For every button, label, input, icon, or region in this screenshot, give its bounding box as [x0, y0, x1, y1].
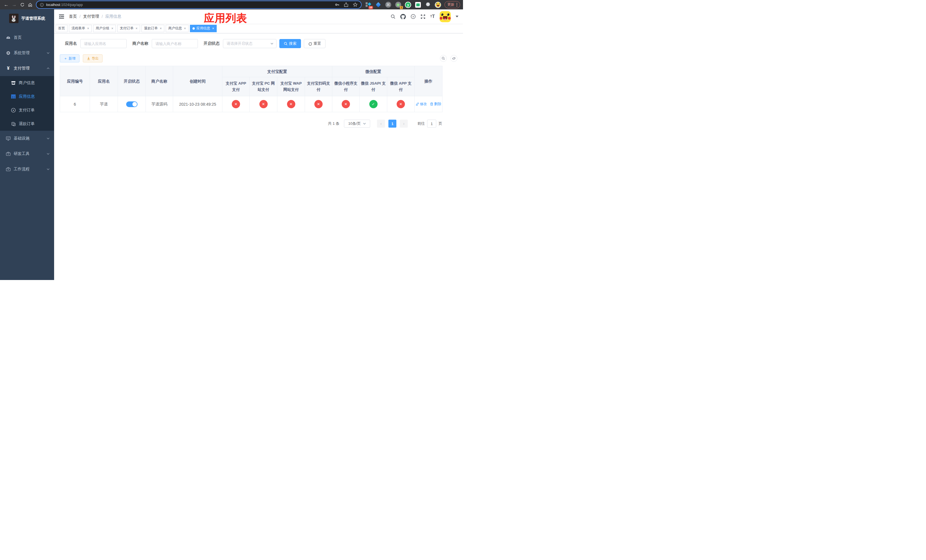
share-icon[interactable]: [344, 2, 348, 7]
status-toggle[interactable]: [126, 101, 138, 107]
browser-back-icon[interactable]: ←: [2, 1, 10, 9]
recorder-extension-icon[interactable]: 1: [395, 2, 401, 8]
goto-page-input[interactable]: [427, 120, 436, 128]
sidebar-item-label: 商户信息: [19, 80, 50, 85]
col-group-wechat: 微信配置: [332, 66, 415, 77]
page-size-select[interactable]: 10条/页: [344, 120, 370, 128]
sidebar-item-infrastructure[interactable]: 基础设施: [0, 131, 54, 146]
password-key-icon[interactable]: [334, 2, 339, 7]
show-search-button[interactable]: [440, 55, 447, 62]
yudao-extension-icon[interactable]: y: [405, 2, 411, 8]
close-icon[interactable]: ×: [87, 26, 89, 30]
close-icon[interactable]: ×: [160, 26, 162, 30]
sidebar-item-workflow[interactable]: 工作流程: [0, 162, 54, 177]
close-icon[interactable]: ×: [136, 26, 138, 30]
github-icon[interactable]: [400, 14, 406, 20]
sidebar: 🐰 芋道管理系统 首页 系统管理 ¥ 支付管理: [0, 9, 54, 280]
sidebar-collapse-icon[interactable]: [59, 14, 64, 20]
profile-avatar-icon[interactable]: [435, 2, 441, 8]
breadcrumb-separator: /: [101, 14, 103, 19]
alipay-pc-status-icon: ✕: [259, 100, 268, 108]
export-button[interactable]: 导出: [83, 54, 103, 62]
app-name-input[interactable]: [80, 39, 127, 48]
sidebar-item-label: 系统管理: [14, 50, 47, 56]
sidebar-item-refund-order[interactable]: 退款订单: [0, 117, 54, 131]
cell-app-name: 芋道: [90, 96, 118, 112]
font-size-icon[interactable]: TT: [430, 14, 435, 19]
tag-pay-order[interactable]: 支付订单×: [117, 25, 140, 32]
tag-process-form[interactable]: 流程表单×: [69, 25, 92, 32]
reset-button[interactable]: 重置: [304, 39, 325, 48]
active-dot: [192, 27, 195, 30]
url-bar[interactable]: localhost:1024/pay/app: [36, 1, 361, 8]
tags-view: 首页 流程表单× 用户分组× 支付订单× 退款订单× 商户信息× 应用信息×: [54, 24, 463, 33]
tag-merchant-info[interactable]: 商户信息×: [166, 25, 189, 32]
delete-link[interactable]: 删除: [430, 102, 441, 106]
page-content: 应用名 商户名称 开启状态 请选择开启状态 搜索 重置: [54, 33, 463, 280]
refresh-table-button[interactable]: [451, 55, 457, 62]
kite-extension-icon[interactable]: [375, 2, 381, 8]
edit-link[interactable]: 修改: [416, 102, 427, 106]
breadcrumb-current: 应用信息: [105, 14, 121, 19]
avatar-caret-icon[interactable]: [455, 16, 458, 17]
browser-reload-icon[interactable]: [18, 1, 26, 9]
col-alipay-pc: 支付宝 PC 网站支付: [250, 77, 277, 96]
next-page-button[interactable]: ›: [400, 120, 408, 128]
fullscreen-icon[interactable]: [421, 14, 425, 19]
tag-user-group[interactable]: 用户分组×: [93, 25, 116, 32]
sidebar-item-pay-order[interactable]: ¥ 支付订单: [0, 103, 54, 117]
search-button[interactable]: 搜索: [279, 39, 301, 48]
sidebar-item-label: 应用信息: [19, 94, 50, 99]
add-button[interactable]: ＋新增: [60, 54, 79, 62]
chevron-up-icon: [47, 67, 50, 70]
chat-extension-icon[interactable]: [415, 2, 421, 8]
browser-toolbar: ← → localhost:1024/pay/app 10 ⌘ 1 y: [0, 0, 463, 9]
bookmark-star-icon[interactable]: [353, 2, 358, 7]
col-status: 开启状态: [118, 66, 146, 96]
breadcrumb-payment[interactable]: 支付管理: [83, 14, 99, 19]
tag-home[interactable]: 首页: [56, 25, 68, 32]
browser-update-menu[interactable]: 更新: [445, 1, 460, 8]
yen-icon: ¥: [6, 66, 11, 71]
user-avatar[interactable]: [440, 11, 451, 22]
pencil-icon: [416, 102, 419, 106]
sidebar-item-system[interactable]: 系统管理: [0, 45, 54, 61]
sidebar-item-devtools[interactable]: 研发工具: [0, 146, 54, 162]
close-icon[interactable]: ×: [184, 26, 186, 30]
cell-app-id: 6: [60, 96, 90, 112]
close-icon[interactable]: ×: [212, 26, 214, 30]
wx-mini-status-icon: ✕: [342, 100, 350, 108]
app-logo[interactable]: 🐰 芋道管理系统: [0, 9, 54, 27]
header-search-icon[interactable]: [391, 14, 395, 19]
col-wx-jsapi: 微信 JSAPI 支付: [360, 77, 387, 96]
site-info-icon[interactable]: [40, 3, 44, 7]
chevron-down-icon: [47, 168, 50, 171]
extension-badge: 1: [400, 6, 403, 9]
tag-app-info[interactable]: 应用信息×: [190, 25, 217, 32]
sidebar-extension-icon[interactable]: 10: [365, 2, 371, 8]
goto-label: 前往: [418, 121, 425, 126]
current-page[interactable]: 1: [388, 120, 396, 128]
help-icon[interactable]: ?: [411, 14, 416, 19]
puzzle-extensions-menu-icon[interactable]: [425, 2, 431, 8]
sidebar-item-app-info[interactable]: 应用信息: [0, 90, 54, 103]
sidebar-item-home[interactable]: 首页: [0, 30, 54, 45]
breadcrumb-home[interactable]: 首页: [69, 14, 77, 19]
prev-page-button[interactable]: ‹: [377, 120, 385, 128]
chevron-down-icon: [47, 51, 50, 54]
sidebar-item-label: 工作流程: [14, 166, 47, 172]
browser-home-icon[interactable]: [26, 1, 34, 9]
sidebar-item-merchant-info[interactable]: 商户信息: [0, 76, 54, 90]
tag-refund-order[interactable]: 退款订单×: [142, 25, 164, 32]
cell-created: 2021-10-23 08:49:25: [173, 96, 222, 112]
status-select[interactable]: 请选择开启状态: [223, 39, 277, 48]
sidebar-item-payment[interactable]: ¥ 支付管理: [0, 61, 54, 76]
command-extension-icon[interactable]: ⌘: [385, 2, 391, 8]
close-icon[interactable]: ×: [111, 26, 113, 30]
sidebar-item-label: 支付订单: [19, 107, 50, 113]
alipay-app-status-icon: ✕: [232, 100, 240, 108]
annotation-app-list: 应用列表: [204, 11, 247, 25]
merchant-name-input[interactable]: [152, 39, 198, 48]
browser-forward-icon[interactable]: →: [10, 1, 18, 9]
table-toolbar: ＋新增 导出: [60, 54, 457, 62]
